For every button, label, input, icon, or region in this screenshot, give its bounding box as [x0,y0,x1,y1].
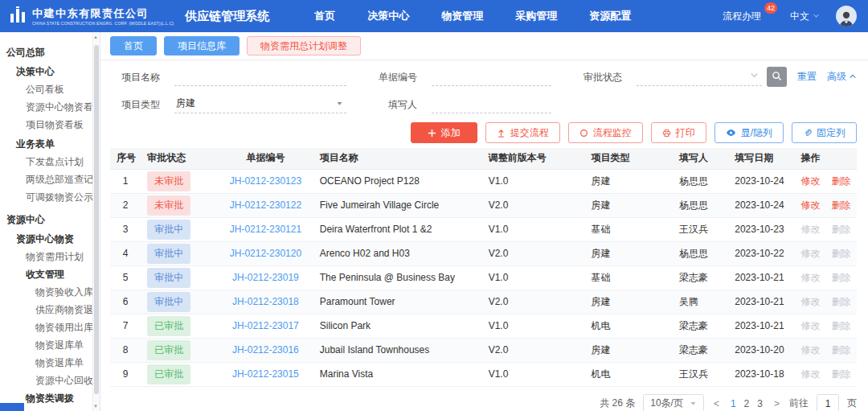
version-cell: V1.0 [482,265,585,290]
status-badge: 审批中 [147,292,190,312]
doc-no-link[interactable]: JH-0212-23017 [232,320,299,331]
delete-link[interactable]: 删除 [831,344,850,356]
doc-no-link[interactable]: JH-0212-230121 [230,224,301,235]
doc-no-link[interactable]: JH-0212-23018 [232,296,299,307]
sidebar-item[interactable]: 资源中心物资 [0,230,100,248]
ops-cell: 修改删除 [794,169,857,193]
delete-link[interactable]: 删除 [831,368,850,380]
scrollbar-thumb[interactable] [94,45,99,394]
edit-link[interactable]: 修改 [800,175,820,187]
doc-no-input[interactable] [432,68,551,86]
reset-link[interactable]: 重置 [797,70,817,84]
sidebar-item[interactable]: 资源中心物资看板 [0,98,100,116]
delete-link[interactable]: 删除 [831,224,850,235]
doc-no-link[interactable]: JH-0212-230123 [230,175,301,187]
nav-item[interactable]: 决策中心 [367,9,409,23]
submit-arrow-icon [497,129,506,138]
next-page-button[interactable]: > [772,398,781,409]
sidebar-item[interactable]: 可调拨物资公示 [0,188,100,206]
doc-no-link[interactable]: JH-0212-230122 [230,199,301,211]
tab[interactable]: 首页 [110,36,157,55]
show-hide-columns-button[interactable]: 显/隐列 [714,122,784,143]
nav-item[interactable]: 采购管理 [515,9,557,23]
table-row: 6审批中JH-0212-23018Paramount TowerV2.0房建吴腾… [110,290,857,314]
project-name-input[interactable] [174,68,346,86]
company-logo: 中建中东有限责任公司 CHINA STATE CONSTRUCTION ENGR… [8,6,174,27]
filler-input[interactable] [432,96,551,113]
edit-link[interactable]: 修改 [800,296,820,307]
edit-link[interactable]: 修改 [800,272,820,283]
language-selector[interactable]: 中文 [790,10,820,23]
status-cell: 已审批 [141,314,218,338]
delete-link[interactable]: 删除 [831,272,850,283]
scroll-down-icon[interactable]: ▼ [92,404,99,409]
filler-cell: 杨思思 [673,169,728,193]
sidebar-item[interactable]: 公司总部 [0,43,100,61]
sidebar-item[interactable]: 决策中心 [0,63,100,80]
project-type-select[interactable]: 房建 [174,96,346,113]
row-index-cell: 2 [110,193,141,217]
page-number[interactable]: 1 [729,398,738,409]
print-button[interactable]: 打印 [651,122,706,143]
nav-item[interactable]: 首页 [314,9,335,23]
project-type-cell: 基础 [584,265,673,290]
doc-no-link[interactable]: JH-0212-23015 [232,368,299,380]
date-cell: 2023-10-24 [728,169,794,193]
sidebar-item[interactable]: 收支管理 [0,265,100,283]
sidebar-item[interactable]: 业务表单 [0,135,100,153]
sidebar-item[interactable]: 物资验收入库单 [0,283,100,301]
sidebar-scrollbar[interactable]: ▲ ▼ [92,32,100,411]
search-button[interactable] [767,67,787,87]
tab[interactable]: 物资需用总计划调整 [247,36,361,55]
delete-link[interactable]: 删除 [831,248,850,259]
sidebar-item[interactable]: 物资领用出库单 [0,319,100,336]
scroll-up-icon[interactable]: ▲ [92,35,99,39]
nav-item[interactable]: 资源配置 [589,9,631,23]
process-monitor-button[interactable]: 流程监控 [568,122,643,143]
filler-cell: 梁志豪 [673,265,728,290]
sidebar-item[interactable]: 公司看板 [0,80,100,98]
doc-no-link[interactable]: JH-0212-230120 [230,248,301,259]
prev-page-button[interactable]: < [712,398,721,409]
edit-link[interactable]: 修改 [800,368,820,380]
goto-page-input[interactable] [817,394,839,411]
delete-link[interactable]: 删除 [831,296,850,307]
edit-link[interactable]: 修改 [800,224,820,235]
sidebar-item[interactable]: 物资退库单 [0,336,100,354]
delete-link[interactable]: 删除 [831,175,850,187]
tab-bar: 首页项目信息库物资需用总计划调整 [100,32,868,60]
sidebar-item[interactable]: 供应商物资退货单 [0,301,100,319]
user-avatar[interactable] [836,6,857,27]
doc-no-link[interactable]: JH-0212-23019 [232,272,299,283]
sidebar-item[interactable]: 资源中心 [0,211,100,228]
project-name-cell: Deira Waterfront Plot 1 &2 [313,217,482,241]
add-button[interactable]: 添加 [411,122,477,143]
edit-link[interactable]: 修改 [800,248,820,259]
sidebar-item[interactable]: 项目物资看板 [0,116,100,134]
nav-item[interactable]: 物资管理 [441,9,483,23]
sidebar-item[interactable]: 下发盘点计划 [0,153,100,171]
page-number[interactable]: 2 [743,398,751,409]
edit-link[interactable]: 修改 [800,199,820,211]
person-icon [837,9,855,27]
sidebar-item[interactable]: 资源中心回收 [0,372,100,389]
submit-process-button[interactable]: 提交流程 [485,122,560,143]
fix-columns-button[interactable]: 固定列 [792,122,857,143]
sidebar-item[interactable]: 物资需用计划 [0,248,100,265]
advanced-link[interactable]: 高级 [827,70,857,84]
doc-no-cell: JH-0212-230120 [218,241,313,265]
delete-link[interactable]: 删除 [831,320,850,331]
process-handling-link[interactable]: 流程办理 42 [723,10,766,23]
page-number[interactable]: 3 [755,398,764,409]
edit-link[interactable]: 修改 [800,344,820,356]
date-cell: 2023-10-21 [728,290,794,314]
approval-status-select[interactable] [637,68,762,86]
delete-link[interactable]: 删除 [831,199,850,211]
ops-cell: 修改删除 [794,338,857,362]
tab[interactable]: 项目信息库 [164,36,240,55]
edit-link[interactable]: 修改 [800,320,820,331]
sidebar-item[interactable]: 物资退库单 [0,354,100,372]
doc-no-link[interactable]: JH-0212-23016 [232,344,299,356]
page-size-select[interactable]: 10条/页 [643,394,704,411]
sidebar-item[interactable]: 两级总部巡查记录 [0,171,100,188]
